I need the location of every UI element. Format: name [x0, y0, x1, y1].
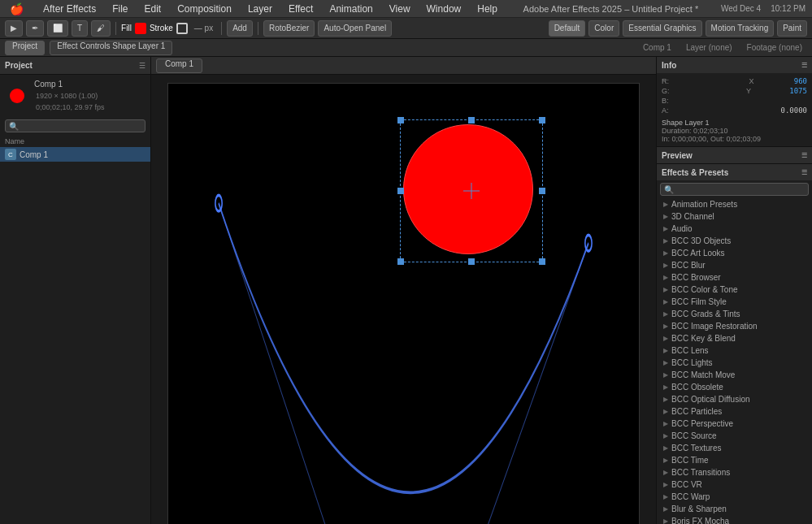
menu-effect[interactable]: Effect — [285, 2, 316, 16]
x-value: 960 — [794, 77, 807, 85]
effects-chevron-6: ▶ — [663, 274, 668, 281]
project-search-input[interactable] — [5, 119, 145, 132]
effects-label-19: BCC Source — [671, 431, 717, 440]
info-expand-icon[interactable]: ☰ — [801, 62, 807, 69]
stroke-color-swatch[interactable] — [176, 23, 188, 34]
menu-layer[interactable]: Layer — [245, 2, 276, 16]
effects-item-5[interactable]: ▶BCC Blur — [657, 259, 812, 271]
fill-color-swatch[interactable] — [135, 23, 146, 34]
effects-chevron-4: ▶ — [663, 249, 668, 257]
preview-expand-icon[interactable]: ☰ — [801, 152, 807, 159]
effects-label-6: BCC Browser — [671, 273, 721, 282]
effects-item-25[interactable]: ▶Blur & Sharpen — [657, 503, 812, 515]
toolbar-separator-2 — [221, 22, 222, 35]
layer-label: Layer (none) — [681, 43, 737, 52]
add-button[interactable]: Add — [227, 20, 253, 37]
shape-tool[interactable]: ⬜ — [47, 20, 68, 37]
effects-item-0[interactable]: ▶Animation Presets — [657, 198, 812, 210]
a-value: 0.0000 — [780, 106, 807, 115]
effects-label-17: BCC Particles — [671, 407, 722, 416]
effects-chevron-21: ▶ — [663, 457, 668, 464]
effects-search-input[interactable] — [660, 183, 809, 196]
pen-tool[interactable]: ✒ — [26, 20, 44, 37]
menu-view[interactable]: View — [386, 2, 414, 16]
default-tab[interactable]: Default — [549, 20, 586, 37]
x-label: X — [749, 77, 753, 85]
y-label: Y — [746, 87, 751, 95]
auto-open-panel-btn[interactable]: Auto-Open Panel — [318, 20, 392, 37]
effects-chevron-20: ▶ — [663, 444, 668, 452]
effects-item-7[interactable]: ▶BCC Color & Tone — [657, 284, 812, 296]
menu-edit[interactable]: Edit — [141, 2, 164, 16]
effects-item-22[interactable]: ▶BCC Transitions — [657, 466, 812, 479]
project-panel: Comp 1 1920 × 1080 (1.00) 0;00;02;10, 29… — [0, 75, 150, 524]
brush-tool[interactable]: 🖌 — [91, 20, 111, 37]
effects-item-2[interactable]: ▶Audio — [657, 223, 812, 235]
effects-item-11[interactable]: ▶BCC Key & Blend — [657, 332, 812, 344]
project-tab[interactable]: Project — [5, 41, 45, 55]
comp-name-item[interactable]: Comp 1 — [29, 78, 111, 90]
stroke-width-label: — px — [191, 24, 216, 32]
effects-item-21[interactable]: ▶BCC Time — [657, 454, 812, 466]
effects-item-14[interactable]: ▶BCC Match Move — [657, 369, 812, 381]
effects-item-3[interactable]: ▶BCC 3D Objects — [657, 235, 812, 247]
upper-area: Project ☰ Comp 1 1920 × 1080 (1.00) 0;00… — [0, 57, 812, 524]
effects-chevron-13: ▶ — [663, 359, 668, 366]
effects-chevron-25: ▶ — [663, 505, 668, 513]
effects-item-23[interactable]: ▶BCC VR — [657, 479, 812, 491]
effects-item-4[interactable]: ▶BCC Art Looks — [657, 247, 812, 259]
effects-item-19[interactable]: ▶BCC Source — [657, 430, 812, 442]
effects-item-10[interactable]: ▶BCC Image Restoration — [657, 320, 812, 332]
comp-canvas-area[interactable]: 96.9% — [151, 75, 656, 524]
effects-item-13[interactable]: ▶BCC Lights — [657, 357, 812, 369]
text-tool[interactable]: T — [72, 20, 88, 37]
comp-thumbnail — [10, 89, 24, 103]
effects-chevron-26: ▶ — [663, 518, 668, 524]
effects-item-17[interactable]: ▶BCC Particles — [657, 405, 812, 418]
motion-tracking-tab[interactable]: Motion Tracking — [706, 20, 775, 37]
effects-chevron-18: ▶ — [663, 420, 668, 427]
effect-controls-tab[interactable]: Effect Controls Shape Layer 1 — [50, 41, 172, 55]
inout-info: In: 0;00;00;00, Out: 0;02;03;09 — [662, 135, 807, 143]
comp-viewer-header: Comp 1 — [151, 57, 656, 75]
effects-item-26[interactable]: ▶Boris FX Mocha — [657, 515, 812, 524]
color-tab[interactable]: Color — [588, 20, 619, 37]
effects-label-12: BCC Lens — [671, 346, 709, 355]
effects-label-2: Audio — [671, 224, 693, 233]
paint-tab[interactable]: Paint — [777, 20, 807, 37]
effects-item-16[interactable]: ▶BCC Optical Diffusion — [657, 393, 812, 405]
comp-viewer-tab[interactable]: Comp 1 — [638, 43, 676, 52]
effects-item-6[interactable]: ▶BCC Browser — [657, 271, 812, 284]
effects-label-22: BCC Transitions — [671, 468, 730, 477]
effects-item-12[interactable]: ▶BCC Lens — [657, 344, 812, 357]
effects-item-8[interactable]: ▶BCC Film Style — [657, 296, 812, 308]
effects-label-11: BCC Key & Blend — [671, 334, 736, 343]
menu-aftereffects[interactable]: After Effects — [40, 2, 99, 16]
effects-chevron-11: ▶ — [663, 335, 668, 342]
comp-viewer-tab-btn[interactable]: Comp 1 — [156, 58, 202, 73]
effects-item-1[interactable]: ▶3D Channel — [657, 210, 812, 223]
menu-file[interactable]: File — [109, 2, 131, 16]
effects-chevron-12: ▶ — [663, 347, 668, 354]
effects-menu-icon[interactable]: ☰ — [801, 169, 807, 176]
effects-label-7: BCC Color & Tone — [671, 285, 738, 294]
effects-item-15[interactable]: ▶BCC Obsolete — [657, 381, 812, 393]
apple-menu[interactable]: 🍎 — [7, 1, 27, 17]
menu-composition[interactable]: Composition — [174, 2, 235, 16]
comp-list-item-comp1[interactable]: C Comp 1 — [0, 147, 150, 162]
effects-item-18[interactable]: ▶BCC Perspective — [657, 418, 812, 430]
effects-item-20[interactable]: ▶BCC Textures — [657, 442, 812, 454]
select-tool[interactable]: ▶ — [5, 20, 23, 37]
r-label: R: — [662, 77, 669, 85]
effects-label-20: BCC Textures — [671, 444, 722, 453]
info-a-row: A: 0.0000 — [662, 106, 807, 115]
effects-item-9[interactable]: ▶BCC Grads & Tints — [657, 308, 812, 320]
rotobezier-btn[interactable]: RotoBezier — [263, 20, 315, 37]
menu-window[interactable]: Window — [423, 2, 465, 16]
menu-animation[interactable]: Animation — [326, 2, 376, 16]
panel-menu-icon[interactable]: ☰ — [139, 62, 145, 70]
essential-graphics-tab[interactable]: Essential Graphics — [623, 20, 701, 37]
main-toolbar: ▶ ✒ ⬜ T 🖌 Fill Stroke — px Add RotoBezie… — [0, 18, 812, 39]
effects-item-24[interactable]: ▶BCC Warp — [657, 491, 812, 503]
menu-help[interactable]: Help — [474, 2, 501, 16]
